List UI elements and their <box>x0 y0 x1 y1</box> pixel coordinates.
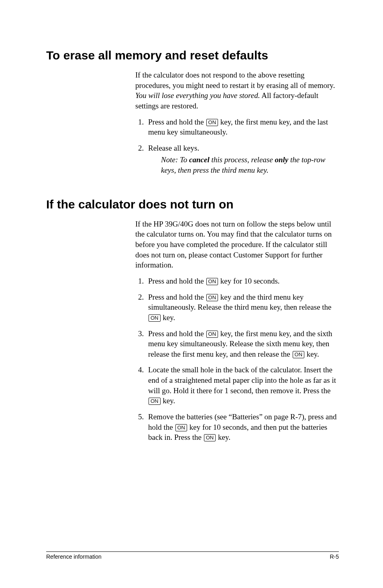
section2-step5: Remove the batteries (see “Batteries” on… <box>146 412 339 443</box>
section1-note: Note: To cancel this process, release on… <box>161 155 339 175</box>
s2-2c: key. <box>161 313 175 322</box>
heading-erase-memory: To erase all memory and reset defaults <box>46 48 339 63</box>
heading-not-turn-on: If the calculator does not turn on <box>46 197 339 212</box>
intro-italic: You will lose everything you have stored… <box>135 91 260 100</box>
s2-4b: key. <box>161 396 175 405</box>
section1-intro: If the calculator does not respond to th… <box>135 70 339 111</box>
footer-left: Reference information <box>46 553 102 560</box>
section2-step2: Press and hold the ON key and the third … <box>146 292 339 323</box>
s2-4a: Locate the small hole in the back of the… <box>148 365 336 394</box>
section2-steps: Press and hold the ON key for 10 seconds… <box>135 276 339 443</box>
section1-body: If the calculator does not respond to th… <box>135 70 339 176</box>
note-mid: this process, release <box>210 155 275 164</box>
s2-1a: Press and hold the <box>148 277 206 285</box>
s2-2a: Press and hold the <box>148 293 206 301</box>
s2-1b: key for 10 seconds. <box>218 277 280 285</box>
page-footer: Reference information R-5 <box>46 551 339 560</box>
section2-step3: Press and hold the ON key, the first men… <box>146 329 339 359</box>
page: To erase all memory and reset defaults I… <box>0 0 383 588</box>
s2-3a: Press and hold the <box>148 329 206 338</box>
on-key-icon: ON <box>149 314 161 322</box>
section2-step1: Press and hold the ON key for 10 seconds… <box>146 276 339 286</box>
on-key-icon: ON <box>175 424 187 431</box>
s2-3c: key. <box>305 350 319 358</box>
section1-step2: Release all keys. Note: To cancel this p… <box>146 143 339 176</box>
on-key-icon: ON <box>206 331 218 338</box>
on-key-icon: ON <box>293 351 305 358</box>
footer-page-number: R-5 <box>330 553 339 560</box>
note-prefix: Note: To <box>161 155 189 164</box>
on-key-icon: ON <box>206 278 218 285</box>
section2-body: If the HP 39G/40G does not turn on follo… <box>135 219 339 443</box>
note-only: only <box>275 155 288 164</box>
step1-text-a: Press and hold the <box>148 118 206 126</box>
on-key-icon: ON <box>206 294 218 301</box>
section1-steps: Press and hold the ON key, the first men… <box>135 117 339 176</box>
on-key-icon: ON <box>206 119 218 126</box>
section2-step4: Locate the small hole in the back of the… <box>146 365 339 406</box>
section2-intro: If the HP 39G/40G does not turn on follo… <box>135 219 339 270</box>
intro-text-a: If the calculator does not respond to th… <box>135 71 335 90</box>
note-cancel: cancel <box>189 155 210 164</box>
section1-step1: Press and hold the ON key, the first men… <box>146 117 339 137</box>
step2-text: Release all keys. <box>148 144 199 152</box>
on-key-icon: ON <box>204 434 216 441</box>
on-key-icon: ON <box>149 398 161 405</box>
s2-5c: key. <box>216 433 230 441</box>
